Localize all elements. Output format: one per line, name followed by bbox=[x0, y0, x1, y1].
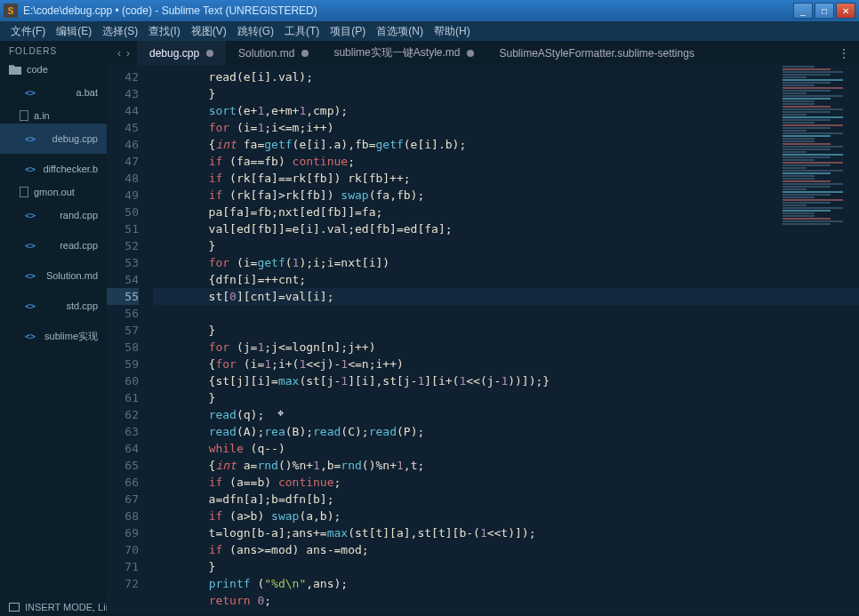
minimap-line bbox=[783, 140, 815, 142]
sidebar-item[interactable]: read.cpp bbox=[0, 230, 107, 260]
minimap-line bbox=[783, 132, 843, 134]
minimap-line bbox=[783, 71, 843, 73]
menu-item[interactable]: 工具(T) bbox=[279, 22, 325, 41]
minimap-line bbox=[783, 191, 843, 193]
line-number: 66 bbox=[107, 474, 139, 491]
menu-item[interactable]: 首选项(N) bbox=[371, 22, 429, 41]
line-number: 53 bbox=[107, 254, 139, 271]
code-line: printf ("%d\n",ans); bbox=[153, 577, 348, 590]
minimap[interactable] bbox=[779, 65, 859, 612]
minimap-line bbox=[783, 188, 807, 190]
minimap-line bbox=[783, 130, 807, 132]
menu-item[interactable]: 视图(V) bbox=[186, 22, 232, 41]
line-number: 52 bbox=[107, 237, 139, 254]
tab[interactable]: debug.cpp bbox=[137, 41, 226, 65]
code-line: while (q--) bbox=[153, 442, 285, 455]
minimap-line bbox=[783, 122, 815, 124]
menu-item[interactable]: 查找(I) bbox=[143, 22, 185, 41]
text-cursor-icon: ⌖ bbox=[277, 404, 284, 421]
sidebar-item-label: a.in bbox=[34, 110, 50, 121]
code-line: if (fa==fb) continue; bbox=[153, 155, 355, 168]
line-number: 71 bbox=[107, 558, 139, 575]
code-line: for (j=1;j<=logn[n];j++) bbox=[153, 340, 375, 354]
code-line: {int a=rnd()%n+1,b=rnd()%n+1,t; bbox=[153, 459, 424, 472]
sidebar-item[interactable]: gmon.out bbox=[0, 184, 107, 200]
sidebar-item[interactable]: a.in bbox=[0, 108, 107, 124]
sidebar-item[interactable]: diffchecker.b bbox=[0, 154, 107, 184]
line-number: 49 bbox=[107, 187, 139, 204]
minimap-line bbox=[783, 164, 831, 166]
menu-item[interactable]: 跳转(G) bbox=[232, 22, 279, 41]
minimap-line bbox=[783, 148, 831, 150]
line-number: 65 bbox=[107, 457, 139, 474]
minimap-line bbox=[783, 138, 815, 140]
code-line: } bbox=[153, 239, 215, 252]
code-area[interactable]: read(e[i].val); } sort(e+1,e+m+1,cmp); f… bbox=[148, 65, 859, 612]
sidebar-folder-root[interactable]: code bbox=[0, 61, 107, 77]
window-title: E:\code\debug.cpp • (code) - Sublime Tex… bbox=[23, 4, 793, 17]
sidebar-item[interactable]: std.cpp bbox=[0, 291, 107, 321]
sidebar-header: FOLDERS bbox=[0, 41, 107, 61]
editor[interactable]: 4243444546474849505152535455565758596061… bbox=[107, 65, 859, 612]
tabbar-more-icon[interactable]: ⋮ bbox=[839, 47, 850, 60]
sidebar-item[interactable]: rand.cpp bbox=[0, 200, 107, 230]
code-file-icon bbox=[20, 80, 71, 105]
file-icon bbox=[20, 187, 28, 197]
minimap-line bbox=[783, 220, 843, 222]
menu-item[interactable]: 编辑(E) bbox=[51, 22, 97, 41]
code-line: pa[fa]=fb;nxt[ed[fb]]=fa; bbox=[153, 205, 382, 219]
code-line: {dfn[i]=++cnt; bbox=[153, 273, 306, 286]
minimap-line bbox=[783, 151, 807, 153]
tab-nav-forward[interactable]: › bbox=[124, 47, 132, 60]
sidebar-item[interactable]: Solution.md bbox=[0, 260, 107, 291]
minimap-line bbox=[783, 100, 815, 102]
minimap-line bbox=[783, 84, 815, 86]
line-number: 55 bbox=[107, 288, 139, 305]
minimap-line bbox=[783, 82, 831, 84]
line-number: 62 bbox=[107, 406, 139, 423]
tab-nav-back[interactable]: ‹ bbox=[116, 47, 123, 60]
maximize-button[interactable]: □ bbox=[815, 3, 834, 19]
minimap-line bbox=[783, 202, 831, 204]
minimap-line bbox=[783, 170, 843, 172]
sidebar-item-label: debug.cpp bbox=[52, 133, 98, 144]
window-controls: _ □ ✕ bbox=[793, 3, 855, 19]
tab[interactable]: SublimeAStyleFormatter.sublime-settings bbox=[486, 41, 706, 65]
line-number: 63 bbox=[107, 423, 139, 440]
line-number: 46 bbox=[107, 136, 139, 153]
code-line: {int fa=getf(e[i].a),fb=getf(e[i].b); bbox=[153, 138, 466, 151]
sidebar-item[interactable]: sublime实现 bbox=[0, 321, 107, 351]
minimap-line bbox=[783, 199, 843, 201]
menu-item[interactable]: 项目(P) bbox=[325, 22, 371, 41]
minimap-line bbox=[783, 119, 831, 121]
menu-item[interactable]: 文件(F) bbox=[5, 22, 51, 41]
minimap-line bbox=[783, 183, 843, 185]
line-number: 61 bbox=[107, 389, 139, 406]
sidebar-item[interactable]: a.bat bbox=[0, 77, 107, 108]
code-line: sort(e+1,e+m+1,cmp); bbox=[153, 104, 348, 117]
sidebar-item-label: rand.cpp bbox=[60, 210, 98, 220]
minimap-line bbox=[783, 95, 843, 97]
minimap-line bbox=[783, 162, 843, 164]
code-line: {for (i=1;i+(1<<j)-1<=n;i++) bbox=[153, 357, 404, 371]
sidebar-item-label: a.bat bbox=[76, 87, 98, 98]
tab[interactable]: Solution.md bbox=[226, 41, 321, 65]
minimap-line bbox=[783, 114, 807, 116]
code-line: } bbox=[153, 87, 215, 100]
code-line: if (rk[fa]>rk[fb]) swap(fa,fb); bbox=[153, 188, 424, 202]
line-number: 64 bbox=[107, 440, 139, 457]
code-line: } bbox=[153, 560, 215, 573]
statusbar-panel-icon[interactable] bbox=[9, 603, 20, 612]
minimap-line bbox=[783, 68, 831, 70]
sidebar-item[interactable]: debug.cpp bbox=[0, 124, 107, 154]
tab[interactable]: sublime实现一键Astyle.md bbox=[321, 41, 486, 65]
minimize-button[interactable]: _ bbox=[793, 3, 813, 19]
menu-item[interactable]: 帮助(H) bbox=[429, 22, 476, 41]
code-line: } bbox=[153, 324, 215, 337]
close-button[interactable]: ✕ bbox=[836, 3, 855, 19]
minimap-line bbox=[783, 156, 831, 158]
minimap-line bbox=[783, 223, 831, 225]
menu-item[interactable]: 选择(S) bbox=[97, 22, 143, 41]
minimap-line bbox=[783, 146, 843, 148]
minimap-line bbox=[783, 66, 815, 68]
